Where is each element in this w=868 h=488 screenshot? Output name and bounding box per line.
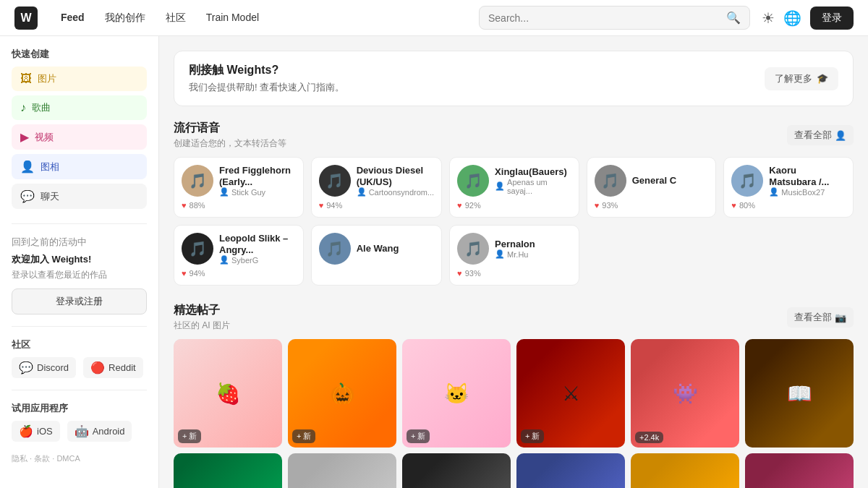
theme-toggle-icon[interactable]: ☀ [762, 9, 775, 27]
voice-avatar: 🎵 [182, 165, 213, 197]
post-card-inner: 🍓 + 新 [174, 339, 282, 448]
heart-icon: ♥ [595, 201, 600, 210]
post-badge: + 新 [292, 429, 315, 443]
post-card-inner: 🎭 + 新 [516, 453, 625, 488]
voice-creator: 👤Apenas um sayaj... [495, 178, 571, 195]
voice-info: Ale Wang [357, 243, 399, 254]
community-links: 💬 Discord 🔴 Reddit [12, 357, 147, 378]
privacy-link[interactable]: 隐私 [12, 454, 27, 463]
voice-creator: 👤MusicBox27 [769, 187, 846, 197]
android-link[interactable]: 🤖 Android [67, 421, 132, 442]
voice-name: Ale Wang [357, 243, 399, 254]
voice-card[interactable]: 🎵 Leopold Slikk – Angry... 👤SyberG ♥94% [174, 225, 304, 286]
post-card-inner: 🎸 + 新 [288, 453, 396, 488]
creator-icon: 👤 [219, 255, 229, 265]
post-image: 🎬 [402, 453, 511, 488]
voice-name: Pernalon [495, 239, 535, 250]
nav-community[interactable]: 社区 [157, 7, 195, 29]
learn-more-label: 了解更多 [775, 72, 812, 85]
voice-stat: ♥93% [595, 201, 709, 210]
nav-train-model[interactable]: Train Model [197, 7, 268, 29]
terms-link[interactable]: 条款 [34, 454, 50, 463]
dmca-link[interactable]: DMCA [56, 454, 80, 463]
voice-card[interactable]: 🎵 Fred Figglehorn (Early... 👤Stick Guy ♥… [174, 157, 304, 218]
post-card[interactable]: 🌌 ♡ 91 [174, 453, 282, 488]
nav-feed[interactable]: Feed [52, 7, 93, 29]
logo[interactable]: W [14, 7, 38, 30]
voice-stat: ♥92% [457, 201, 571, 210]
voice-card[interactable]: 🎵 Ale Wang [311, 225, 442, 286]
voice-card[interactable]: 🎵 General C ♥93% [587, 157, 717, 218]
voice-info: Fred Figglehorn (Early... 👤Stick Guy [219, 165, 296, 197]
quick-create-audio[interactable]: ♪ 歌曲 [12, 95, 147, 120]
post-badge: + 新 [407, 429, 430, 443]
quick-create-portrait[interactable]: 👤 图相 [12, 154, 147, 179]
voice-creator: 👤Cartoonsyndrom... [357, 187, 434, 197]
discord-icon: 💬 [19, 361, 33, 374]
post-card-inner: 📚 [745, 453, 854, 488]
voice-creator: 👤SyberG [219, 255, 296, 265]
post-card[interactable]: 🎭 + 新 [516, 453, 625, 488]
voice-name: Devious Diesel (UK/US) [357, 165, 434, 187]
post-image: 🌌 [174, 453, 282, 488]
quick-create-video[interactable]: ▶ 视频 [12, 124, 147, 150]
quick-create-image[interactable]: 🖼 图片 [12, 67, 147, 91]
post-card[interactable]: 🎃 + 新 [288, 339, 396, 448]
post-card[interactable]: 📚 [745, 453, 854, 488]
post-card[interactable]: 📖 [745, 339, 854, 448]
discord-link[interactable]: 💬 Discord [12, 357, 76, 378]
search-input[interactable] [488, 12, 726, 24]
post-card[interactable]: 🐱 + 新 [402, 339, 511, 448]
audio-icon: ♪ [20, 101, 26, 114]
sidebar: 快速创建 🖼 图片 ♪ 歌曲 ▶ 视频 👤 图相 💬 聊天 [0, 36, 159, 488]
featured-posts-view-all[interactable]: 查看全部 📷 [787, 307, 854, 328]
ios-link[interactable]: 🍎 iOS [12, 421, 60, 442]
voice-info: Leopold Slikk – Angry... 👤SyberG [219, 233, 296, 265]
welcome-sub: 登录以查看您最近的作品 [12, 269, 147, 281]
voice-top: 🎵 Leopold Slikk – Angry... 👤SyberG [182, 233, 296, 265]
post-image: 📖 [745, 339, 854, 448]
voice-avatar-emoji: 🎵 [601, 172, 619, 189]
voice-card[interactable]: 🎵 Kaoru Matsubara /... 👤MusicBox27 ♥80% [723, 157, 854, 218]
heart-icon: ♥ [731, 201, 736, 210]
quick-create-chat[interactable]: 💬 聊天 [12, 184, 147, 209]
ios-label: iOS [37, 426, 53, 437]
voice-info: Kaoru Matsubara /... 👤MusicBox27 [769, 165, 846, 197]
post-card[interactable]: ⚾ +4.2k [631, 453, 739, 488]
posts-grid: 🍓 + 新 🎃 + 新 🐱 + 新 ⚔ + 新 👾 +2.4k [174, 339, 854, 488]
language-icon[interactable]: 🌐 [783, 9, 801, 27]
image-icon: 🖼 [20, 72, 32, 85]
voice-info: Devious Diesel (UK/US) 👤Cartoonsyndrom..… [357, 165, 434, 197]
header: W Feed 我的创作 社区 Train Model 🔍 ☀ 🌐 登录 [0, 0, 868, 36]
voice-card[interactable]: 🎵 Devious Diesel (UK/US) 👤Cartoonsyndrom… [311, 157, 442, 218]
quick-portrait-label: 图相 [41, 160, 59, 174]
discord-label: Discord [37, 362, 69, 373]
auth-button[interactable]: 登录或注册 [12, 288, 147, 314]
login-button[interactable]: 登录 [810, 7, 854, 30]
popular-voices-title-group: 流行语音 创建适合您的，文本转活合等 [174, 121, 286, 150]
voice-avatar: 🎵 [457, 165, 489, 197]
popular-voices-view-all[interactable]: 查看全部 👤 [787, 125, 854, 145]
featured-posts-view-all-label: 查看全部 [794, 311, 832, 324]
post-card[interactable]: 👾 +2.4k [631, 339, 739, 448]
post-card[interactable]: 🎸 + 新 [288, 453, 396, 488]
nav-my-creations[interactable]: 我的创作 [96, 7, 154, 29]
reddit-link[interactable]: 🔴 Reddit [83, 357, 143, 378]
portrait-icon: 👤 [20, 160, 35, 174]
quick-audio-label: 歌曲 [32, 101, 51, 114]
voice-card[interactable]: 🎵 Xinglau(Bauers) 👤Apenas um sayaj... ♥9… [449, 157, 579, 218]
try-apps-title: 试用应用程序 [12, 402, 147, 415]
apple-icon: 🍎 [19, 424, 33, 438]
quick-create-section: 🖼 图片 ♪ 歌曲 ▶ 视频 👤 图相 💬 聊天 [12, 67, 147, 209]
heart-icon: ♥ [182, 269, 187, 278]
post-card-inner: ⚾ +4.2k [631, 453, 739, 488]
creator-icon: 👤 [495, 181, 505, 191]
learn-more-button[interactable]: 了解更多 🎓 [765, 67, 838, 90]
post-card[interactable]: 🎬 + 新 [402, 453, 511, 488]
sidebar-activity: 回到之前的活动中 欢迎加入 Weights! 登录以查看您最近的作品 登录或注册 [12, 236, 147, 314]
sidebar-divider-3 [12, 390, 147, 390]
post-image: 🎸 [288, 453, 396, 488]
voice-card[interactable]: 🎵 Pernalon 👤Mr.Hu ♥93% [449, 225, 579, 286]
post-card[interactable]: 🍓 + 新 [174, 339, 282, 448]
post-card[interactable]: ⚔ + 新 [516, 339, 625, 448]
